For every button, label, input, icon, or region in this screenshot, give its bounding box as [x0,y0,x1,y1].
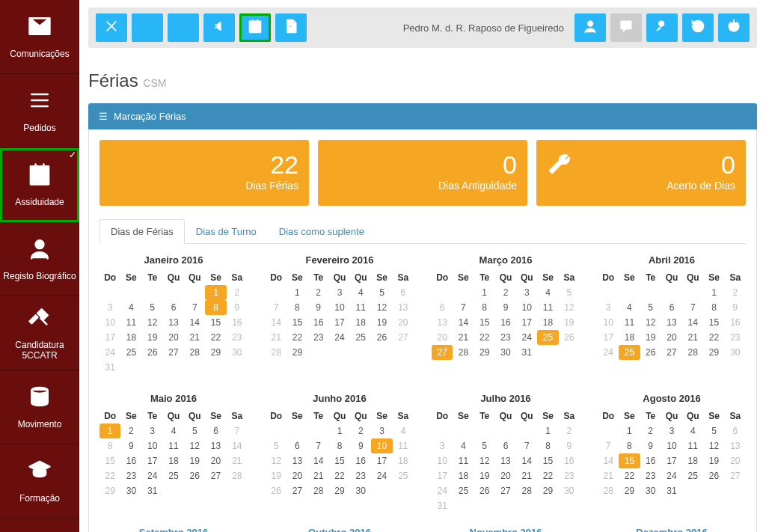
calendar-day[interactable]: 11 [453,453,474,468]
calendar-day[interactable]: 8 [287,300,307,315]
calendar-day[interactable]: 15 [205,315,226,330]
calendar-day[interactable]: 20 [661,330,682,345]
calendar-day[interactable]: 25 [619,345,640,360]
calendar-day[interactable]: 31 [99,360,120,375]
panel-header[interactable]: ☰ Marcação Férias [88,103,757,129]
calendar-day[interactable]: 10 [598,315,619,330]
calendar-day[interactable]: 28 [308,483,329,498]
calendar-day[interactable]: 26 [266,483,287,498]
calendar-day[interactable]: 21 [453,330,474,345]
calendar-day[interactable]: 25 [163,468,184,483]
calendar-day[interactable]: 15 [537,453,558,468]
calendar-day[interactable]: 31 [661,483,682,498]
calendar-day[interactable]: 5 [266,438,287,453]
calendar-day[interactable]: 27 [661,345,682,360]
calendar-day[interactable]: 12 [703,438,724,453]
calendar-day[interactable]: 8 [537,438,558,453]
calendar-day[interactable]: 20 [287,468,307,483]
calendar-day[interactable]: 20 [432,330,453,345]
calendar-day[interactable]: 28 [184,345,205,360]
calendar-day[interactable]: 2 [227,285,248,300]
calendar-day[interactable]: 28 [227,468,248,483]
calendar-day[interactable]: 2 [308,285,329,300]
topbar-btn-chat[interactable] [610,13,642,42]
calendar-day[interactable]: 3 [598,300,619,315]
calendar-day[interactable]: 17 [516,315,537,330]
calendar-day[interactable]: 27 [393,330,414,345]
calendar-day[interactable]: 19 [474,468,495,483]
tab-dias-como-suplente[interactable]: Dias como suplente [268,219,376,243]
calendar-day[interactable]: 14 [266,315,287,330]
calendar-day[interactable]: 4 [393,424,414,438]
calendar-day[interactable]: 10 [432,453,453,468]
stat-card-2[interactable]: 0Acerto de Dias [536,140,746,206]
calendar-day[interactable]: 26 [703,468,724,483]
calendar-day[interactable]: 31 [432,498,453,513]
calendar-day[interactable]: 21 [516,468,537,483]
calendar-day[interactable]: 30 [495,345,516,360]
calendar-day[interactable]: 21 [184,330,205,345]
calendar-day[interactable]: 22 [99,468,120,483]
calendar-day[interactable]: 29 [99,483,120,498]
calendar-day[interactable]: 24 [432,483,453,498]
calendar-day[interactable]: 25 [537,330,558,345]
calendar-day[interactable]: 18 [393,453,414,468]
calendar-day[interactable]: 29 [703,345,724,360]
topbar-btn-user[interactable] [574,13,606,42]
calendar-day[interactable]: 11 [393,438,414,453]
calendar-day[interactable]: 2 [725,285,746,300]
calendar-day[interactable]: 28 [453,345,474,360]
calendar-day[interactable]: 15 [474,315,495,330]
calendar-day[interactable]: 22 [329,468,350,483]
calendar-day[interactable]: 23 [495,330,516,345]
calendar-day[interactable]: 3 [99,300,120,315]
calendar-day[interactable]: 7 [227,424,248,438]
calendar-day[interactable]: 22 [474,330,495,345]
calendar-day[interactable]: 26 [559,330,580,345]
calendar-day[interactable]: 6 [661,300,682,315]
calendar-day[interactable]: 26 [640,345,661,360]
calendar-day[interactable]: 8 [703,300,724,315]
topbar-btn-power[interactable] [718,13,750,42]
calendar-day[interactable]: 24 [329,330,350,345]
sidebar-item-forma-o[interactable]: Formação [0,444,79,519]
calendar-day[interactable]: 14 [227,438,248,453]
calendar-day[interactable]: 27 [287,483,307,498]
calendar-day[interactable]: 8 [474,300,495,315]
calendar-day[interactable]: 25 [393,468,414,483]
calendar-day[interactable]: 21 [227,453,248,468]
calendar-day[interactable]: 4 [120,300,141,315]
calendar-day[interactable]: 30 [350,483,371,498]
calendar-day[interactable]: 24 [371,468,392,483]
topbar-btn-history[interactable] [682,13,714,42]
calendar-day[interactable]: 4 [682,424,703,438]
calendar-day[interactable]: 7 [516,438,537,453]
topbar-btn-blank-2[interactable] [168,13,199,42]
calendar-day[interactable]: 14 [184,315,205,330]
calendar-day[interactable]: 27 [205,468,226,483]
calendar-day[interactable]: 1 [329,424,350,438]
calendar-day[interactable]: 23 [350,468,371,483]
calendar-day[interactable]: 6 [725,424,746,438]
calendar-day[interactable]: 20 [393,315,414,330]
calendar-day[interactable]: 28 [516,483,537,498]
calendar-day[interactable]: 12 [371,300,392,315]
calendar-day[interactable]: 10 [99,315,120,330]
calendar-day[interactable]: 6 [287,438,307,453]
calendar-day[interactable]: 28 [266,345,287,360]
calendar-day[interactable]: 19 [142,330,163,345]
calendar-day[interactable]: 6 [432,300,453,315]
calendar-day[interactable]: 19 [266,468,287,483]
calendar-day[interactable]: 15 [99,453,120,468]
calendar-day[interactable]: 6 [205,424,226,438]
topbar-btn-pdf-5[interactable] [275,13,307,42]
calendar-day[interactable]: 1 [537,424,558,438]
calendar-day[interactable]: 21 [308,468,329,483]
calendar-day[interactable]: 21 [266,330,287,345]
calendar-day[interactable]: 16 [725,315,746,330]
calendar-day[interactable]: 14 [516,453,537,468]
calendar-day[interactable]: 6 [495,438,516,453]
calendar-day[interactable]: 22 [537,468,558,483]
calendar-day[interactable]: 29 [205,345,226,360]
calendar-day[interactable]: 24 [99,345,120,360]
